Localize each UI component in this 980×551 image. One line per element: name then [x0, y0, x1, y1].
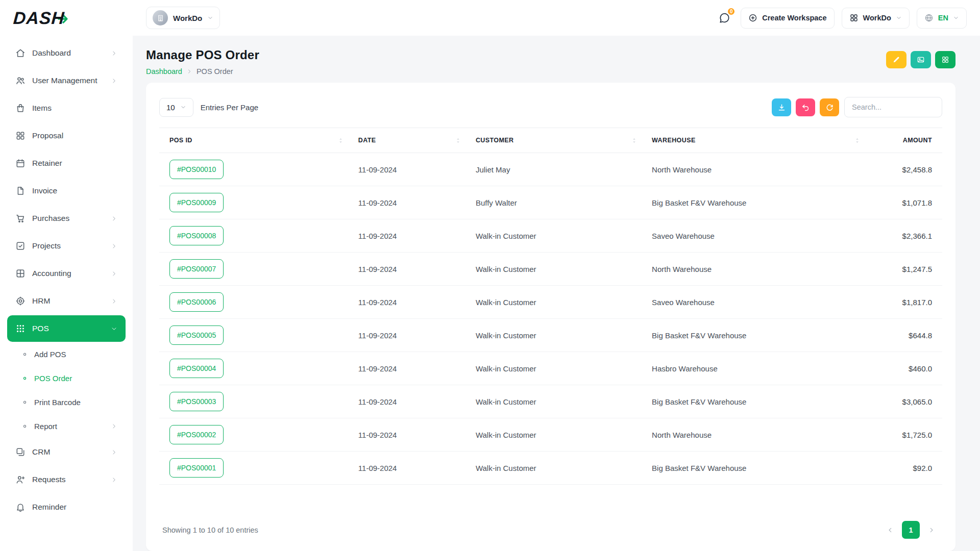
customer-cell: Walk-in Customer [469, 286, 645, 319]
app-window: DASH WorkDo 0 Create Workspace WorkDo [0, 0, 980, 551]
chevron-right-icon [111, 215, 117, 222]
app-switcher-button[interactable]: WorkDo [842, 8, 910, 29]
sidebar-item-crm[interactable]: CRM [7, 439, 126, 465]
media-button[interactable] [911, 51, 931, 68]
file-icon [15, 186, 26, 196]
sidebar-item-purchases[interactable]: Purchases [7, 205, 126, 232]
reset-button[interactable] [796, 98, 815, 116]
pagination-next-button[interactable] [924, 522, 939, 538]
entries-value: 10 [166, 103, 175, 112]
refresh-button[interactable] [820, 98, 839, 116]
search-input[interactable] [844, 97, 942, 117]
apps-icon [15, 323, 26, 334]
image-icon [917, 56, 925, 64]
create-workspace-label: Create Workspace [762, 14, 826, 22]
toolbar-buttons [772, 98, 839, 116]
check-square-icon [15, 241, 26, 251]
pos-id-cell: #POS00003 [159, 385, 351, 418]
sidebar-item-print-barcode[interactable]: Print Barcode [7, 391, 126, 414]
table-header-row: POS IDDATECUSTOMERWAREHOUSEAMOUNT [159, 128, 942, 153]
chevron-down-icon [111, 325, 117, 332]
cart-icon [15, 213, 26, 223]
export-button[interactable] [772, 98, 791, 116]
pos-id-link[interactable]: #POS00010 [169, 160, 224, 179]
table-row: #POS0000511-09-2024Walk-in CustomerBig B… [159, 319, 942, 352]
sidebar-item-add-pos[interactable]: Add POS [7, 343, 126, 366]
edit-button[interactable] [886, 51, 906, 68]
sidebar-item-invoice[interactable]: Invoice [7, 178, 126, 204]
entries-summary: Showing 1 to 10 of 10 entries [162, 526, 258, 534]
calendar-icon [15, 158, 26, 168]
warehouse-cell: Hasbro Warehouse [645, 352, 868, 385]
pos-id-link[interactable]: #POS00001 [169, 458, 224, 478]
header-actions: 0 Create Workspace WorkDo EN [715, 8, 967, 29]
column-header-customer[interactable]: CUSTOMER [469, 128, 645, 153]
sidebar-item-requests[interactable]: Requests [7, 466, 126, 493]
pos-id-link[interactable]: #POS00005 [169, 325, 224, 345]
warehouse-cell: Big Basket F&V Warehouse [645, 319, 868, 352]
table-row: #POS0000611-09-2024Walk-in CustomerSaveo… [159, 286, 942, 319]
warehouse-cell: Saveo Warehouse [645, 286, 868, 319]
language-selector[interactable]: EN [917, 8, 967, 29]
entries-per-page-select[interactable]: 10 [159, 98, 193, 117]
sidebar-item-items[interactable]: Items [7, 95, 126, 121]
chevron-down-icon [180, 104, 186, 110]
breadcrumb-dashboard-link[interactable]: Dashboard [146, 67, 182, 76]
sort-icon [337, 137, 344, 144]
sidebar: DashboardUser ManagementItemsProposalRet… [0, 36, 133, 551]
pos-id-link[interactable]: #POS00006 [169, 292, 224, 312]
sidebar-item-projects[interactable]: Projects [7, 233, 126, 259]
page-actions [886, 51, 955, 68]
pos-id-link[interactable]: #POS00007 [169, 259, 224, 279]
squares-icon [15, 131, 26, 141]
globe-icon [924, 13, 934, 22]
top-header: DASH WorkDo 0 Create Workspace WorkDo [0, 0, 980, 36]
workspace-selector[interactable]: WorkDo [146, 7, 220, 29]
pos-id-link[interactable]: #POS00003 [169, 392, 224, 411]
amount-cell: $2,458.8 [868, 153, 942, 186]
apps-button[interactable] [935, 51, 955, 68]
pagination-page-1[interactable]: 1 [902, 521, 920, 539]
table-row: #POS0000811-09-2024Walk-in CustomerSaveo… [159, 219, 942, 253]
building-icon [157, 14, 164, 22]
sidebar-item-pos-order[interactable]: POS Order [7, 367, 126, 390]
bell-icon [15, 502, 26, 512]
customer-cell: Walk-in Customer [469, 219, 645, 253]
sidebar-item-proposal[interactable]: Proposal [7, 122, 126, 149]
amount-cell: $1,247.5 [868, 253, 942, 286]
messages-button[interactable]: 0 [715, 9, 733, 27]
pos-id-cell: #POS00006 [159, 286, 351, 319]
create-workspace-button[interactable]: Create Workspace [741, 8, 834, 29]
orders-table-body: #POS0001011-09-2024Juliet MayNorth Wareh… [159, 153, 942, 485]
chevron-right-icon [111, 243, 117, 249]
pagination-prev-button[interactable] [883, 522, 898, 538]
pos-id-link[interactable]: #POS00009 [169, 193, 224, 212]
sidebar-item-dashboard[interactable]: Dashboard [7, 40, 126, 66]
chevron-right-icon [928, 527, 935, 534]
pos-id-link[interactable]: #POS00004 [169, 359, 224, 378]
sidebar-item-user-management[interactable]: User Management [7, 67, 126, 94]
sidebar-item-reminder[interactable]: Reminder [7, 494, 126, 520]
column-header-pos-id[interactable]: POS ID [159, 128, 351, 153]
workspace-name: WorkDo [173, 14, 202, 22]
pos-id-link[interactable]: #POS00008 [169, 226, 224, 245]
warehouse-cell: North Warehouse [645, 418, 868, 452]
column-header-warehouse[interactable]: WAREHOUSE [645, 128, 868, 153]
sidebar-item-report[interactable]: Report [7, 415, 126, 438]
table-row: #POS0000111-09-2024Walk-in CustomerBig B… [159, 452, 942, 485]
page-title: Manage POS Order [146, 48, 259, 62]
pos-id-link[interactable]: #POS00002 [169, 425, 224, 444]
pagination: 1 [883, 521, 939, 539]
column-header-date[interactable]: DATE [351, 128, 469, 153]
customer-cell: Walk-in Customer [469, 452, 645, 485]
sidebar-menu: DashboardUser ManagementItemsProposalRet… [7, 40, 126, 520]
sidebar-item-hrm[interactable]: HRM [7, 288, 126, 314]
customer-cell: Walk-in Customer [469, 418, 645, 452]
sidebar-item-retainer[interactable]: Retainer [7, 150, 126, 177]
sidebar-item-accounting[interactable]: Accounting [7, 260, 126, 287]
app-logo[interactable]: DASH [13, 8, 133, 28]
date-cell: 11-09-2024 [351, 186, 469, 219]
bag-icon [15, 103, 26, 113]
date-cell: 11-09-2024 [351, 286, 469, 319]
sidebar-item-pos[interactable]: POS [7, 315, 126, 342]
